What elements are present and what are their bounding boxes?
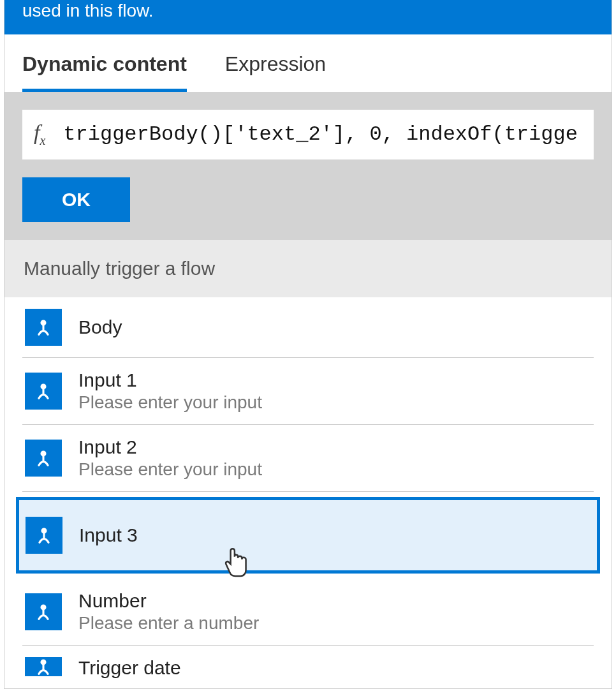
section-header: Manually trigger a flow	[4, 240, 612, 297]
info-banner: used in this flow.	[4, 0, 612, 34]
expression-text: triggerBody()['text_2'], 0, indexOf(trig…	[63, 122, 578, 146]
ok-button[interactable]: OK	[22, 177, 130, 222]
item-trigger-date[interactable]: Trigger date	[22, 646, 594, 689]
tabs: Dynamic content Expression	[4, 34, 612, 92]
tab-dynamic-content[interactable]: Dynamic content	[22, 52, 187, 92]
item-number[interactable]: Number Please enter a number	[22, 579, 594, 646]
item-title: Input 3	[79, 524, 138, 546]
item-desc: Please enter your input	[78, 459, 262, 480]
trigger-icon	[26, 517, 62, 554]
item-title: Input 2	[78, 436, 262, 458]
trigger-icon	[25, 440, 62, 477]
banner-text: used in this flow.	[22, 1, 153, 20]
fx-icon: fx	[34, 121, 45, 148]
item-input-1[interactable]: Input 1 Please enter your input	[22, 358, 594, 425]
trigger-icon	[25, 373, 62, 410]
item-title: Trigger date	[78, 657, 181, 679]
item-input-3[interactable]: Input 3	[16, 497, 600, 574]
item-input-2[interactable]: Input 2 Please enter your input	[22, 425, 594, 492]
expression-input[interactable]: fx triggerBody()['text_2'], 0, indexOf(t…	[22, 110, 594, 159]
expression-area: fx triggerBody()['text_2'], 0, indexOf(t…	[4, 92, 612, 240]
trigger-icon	[25, 309, 62, 346]
dynamic-content-list: Body Input 1 Please enter your input	[4, 297, 612, 689]
trigger-icon	[25, 657, 62, 676]
trigger-icon	[25, 593, 62, 630]
item-title: Input 1	[78, 369, 262, 391]
item-desc: Please enter a number	[78, 613, 259, 633]
tab-expression[interactable]: Expression	[225, 52, 326, 92]
item-title: Body	[78, 316, 122, 338]
item-title: Number	[78, 590, 259, 612]
item-body[interactable]: Body	[22, 297, 594, 358]
item-desc: Please enter your input	[78, 392, 262, 413]
